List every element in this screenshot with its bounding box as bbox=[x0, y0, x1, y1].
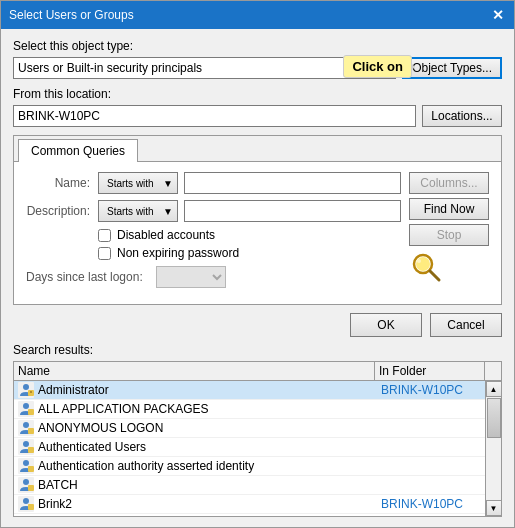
cancel-button[interactable]: Cancel bbox=[430, 313, 502, 337]
description-starts-with-select[interactable]: Starts with ▼ bbox=[98, 200, 178, 222]
result-folder: BRINK-W10PC bbox=[381, 383, 481, 397]
search-results-label: Search results: bbox=[13, 343, 502, 357]
scrollbar-area: Administrator BRINK-W10PC ALL APPLI bbox=[14, 381, 501, 516]
location-field[interactable] bbox=[13, 105, 416, 127]
svg-point-5 bbox=[23, 384, 29, 390]
ok-button[interactable]: OK bbox=[350, 313, 422, 337]
panel-content: Name: Starts with ▼ Description: Starts bbox=[14, 162, 501, 304]
name-starts-with-text: Starts with bbox=[107, 178, 154, 189]
svg-point-21 bbox=[23, 479, 29, 485]
days-row: Days since last logon: bbox=[26, 266, 401, 288]
tab-bar: Common Queries bbox=[14, 136, 501, 162]
user-icon bbox=[18, 382, 34, 398]
table-row[interactable]: Brink2 BRINK-W10PC bbox=[14, 495, 485, 514]
results-header: Name In Folder bbox=[14, 362, 501, 381]
user-icon bbox=[18, 496, 34, 512]
description-dropdown-arrow: ▼ bbox=[163, 206, 173, 217]
table-row[interactable]: Authenticated Users bbox=[14, 438, 485, 457]
description-label: Description: bbox=[26, 204, 98, 218]
header-folder[interactable]: In Folder bbox=[375, 362, 485, 380]
object-type-row: Click on Object Types... bbox=[13, 57, 502, 79]
svg-point-15 bbox=[23, 441, 29, 447]
scrollbar: ▲ ▼ bbox=[485, 381, 501, 516]
result-folder: BRINK-W10PC bbox=[381, 497, 481, 511]
ok-cancel-row: OK Cancel bbox=[13, 313, 502, 337]
object-type-field[interactable] bbox=[13, 57, 396, 79]
search-icon bbox=[409, 250, 445, 286]
bottom-section: OK Cancel Search results: Name In Folder bbox=[13, 313, 502, 517]
result-name: Authentication authority asserted identi… bbox=[38, 459, 381, 473]
svg-rect-19 bbox=[28, 466, 34, 472]
non-expiring-checkbox[interactable] bbox=[98, 247, 111, 260]
svg-point-18 bbox=[23, 460, 29, 466]
table-row[interactable]: ALL APPLICATION PACKAGES bbox=[14, 400, 485, 419]
name-row: Name: Starts with ▼ bbox=[26, 172, 401, 194]
user-icon bbox=[18, 401, 34, 417]
find-now-button[interactable]: Find Now bbox=[409, 198, 489, 220]
svg-rect-25 bbox=[28, 504, 34, 510]
results-table: Name In Folder bbox=[13, 361, 502, 517]
scroll-up-arrow[interactable]: ▲ bbox=[486, 381, 502, 397]
non-expiring-label: Non expiring password bbox=[117, 246, 239, 260]
result-name: BATCH bbox=[38, 478, 381, 492]
description-starts-with-text: Starts with bbox=[107, 206, 154, 217]
user-icon bbox=[18, 477, 34, 493]
svg-line-2 bbox=[430, 271, 439, 280]
title-bar: Select Users or Groups ✕ bbox=[1, 1, 514, 29]
result-name: ANONYMOUS LOGON bbox=[38, 421, 381, 435]
header-name[interactable]: Name bbox=[14, 362, 375, 380]
locations-button[interactable]: Locations... bbox=[422, 105, 502, 127]
select-users-dialog: Select Users or Groups ✕ Select this obj… bbox=[0, 0, 515, 528]
svg-point-12 bbox=[23, 422, 29, 428]
table-row[interactable]: Authentication authority asserted identi… bbox=[14, 457, 485, 476]
stop-button[interactable]: Stop bbox=[409, 224, 489, 246]
name-starts-with-select[interactable]: Starts with ▼ bbox=[98, 172, 178, 194]
non-expiring-row: Non expiring password bbox=[98, 246, 401, 260]
scrollbar-thumb[interactable] bbox=[487, 398, 501, 438]
name-input[interactable] bbox=[184, 172, 401, 194]
scroll-down-arrow[interactable]: ▼ bbox=[486, 500, 502, 516]
panel-left: Name: Starts with ▼ Description: Starts bbox=[26, 172, 401, 294]
object-types-button[interactable]: Object Types... bbox=[402, 57, 502, 79]
days-label: Days since last logon: bbox=[26, 270, 156, 284]
svg-rect-10 bbox=[28, 409, 34, 415]
svg-rect-22 bbox=[28, 485, 34, 491]
user-icon bbox=[18, 458, 34, 474]
dialog-body: Select this object type: Click on Object… bbox=[1, 29, 514, 527]
table-row[interactable]: Administrator BRINK-W10PC bbox=[14, 381, 485, 400]
search-icon-container bbox=[409, 250, 489, 294]
svg-point-7 bbox=[30, 391, 32, 393]
svg-point-1 bbox=[416, 257, 430, 271]
disabled-accounts-label: Disabled accounts bbox=[117, 228, 215, 242]
svg-rect-13 bbox=[28, 428, 34, 434]
table-row[interactable]: ANONYMOUS LOGON bbox=[14, 419, 485, 438]
result-name: ALL APPLICATION PACKAGES bbox=[38, 402, 381, 416]
panel-main: Name: Starts with ▼ Description: Starts bbox=[26, 172, 489, 294]
svg-point-24 bbox=[23, 498, 29, 504]
object-type-label: Select this object type: bbox=[13, 39, 502, 53]
location-row: Locations... bbox=[13, 105, 502, 127]
dialog-title: Select Users or Groups bbox=[9, 8, 134, 22]
results-body: Administrator BRINK-W10PC ALL APPLI bbox=[14, 381, 485, 516]
description-row: Description: Starts with ▼ bbox=[26, 200, 401, 222]
svg-rect-16 bbox=[28, 447, 34, 453]
name-dropdown-arrow: ▼ bbox=[163, 178, 173, 189]
description-input[interactable] bbox=[184, 200, 401, 222]
svg-point-3 bbox=[417, 259, 421, 263]
user-icon bbox=[18, 420, 34, 436]
result-name: Authenticated Users bbox=[38, 440, 381, 454]
result-name: Administrator bbox=[38, 383, 381, 397]
disabled-accounts-row: Disabled accounts bbox=[98, 228, 401, 242]
common-queries-tab[interactable]: Common Queries bbox=[18, 139, 138, 162]
location-label: From this location: bbox=[13, 87, 502, 101]
common-queries-panel: Common Queries Name: Starts with ▼ bbox=[13, 135, 502, 305]
close-button[interactable]: ✕ bbox=[490, 8, 506, 22]
name-label: Name: bbox=[26, 176, 98, 190]
right-buttons: Columns... Find Now Stop bbox=[409, 172, 489, 294]
user-icon bbox=[18, 439, 34, 455]
days-select[interactable] bbox=[156, 266, 226, 288]
svg-point-9 bbox=[23, 403, 29, 409]
disabled-accounts-checkbox[interactable] bbox=[98, 229, 111, 242]
columns-button[interactable]: Columns... bbox=[409, 172, 489, 194]
table-row[interactable]: BATCH bbox=[14, 476, 485, 495]
